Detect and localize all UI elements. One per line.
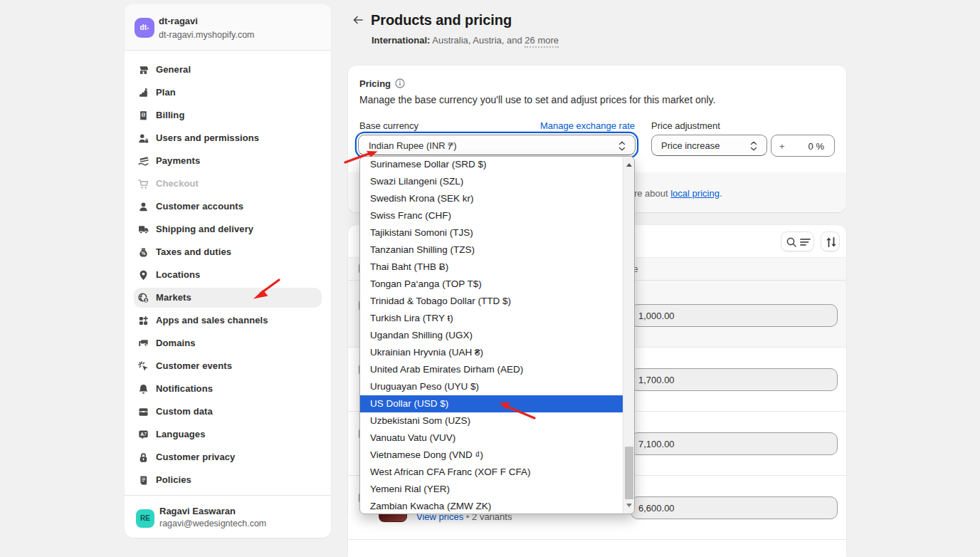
svg-text:A: A [140, 432, 144, 437]
svg-text:$: $ [144, 297, 147, 302]
svg-text:%: % [142, 251, 146, 256]
